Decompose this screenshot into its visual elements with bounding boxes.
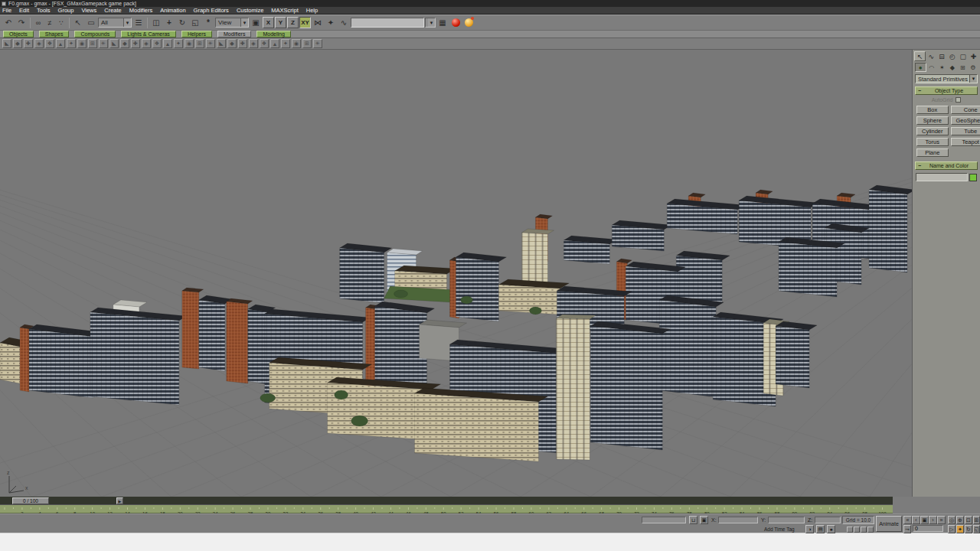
modifier-icon[interactable]: ✦ (281, 39, 290, 48)
menu-file[interactable]: File (0, 7, 15, 15)
previous-frame-icon[interactable]: ‹ (912, 516, 920, 524)
modifier-icon[interactable]: ✳ (99, 39, 108, 48)
tab-modeling[interactable]: Modeling (256, 31, 290, 37)
x-coordinate-field[interactable] (718, 517, 758, 523)
object-button-sphere[interactable]: Sphere (916, 116, 949, 125)
modifier-icon[interactable]: ◈ (142, 39, 151, 48)
menu-animation[interactable]: Animation (156, 7, 189, 15)
reference-coordinate-dropdown[interactable]: View ▼ (215, 18, 249, 28)
create-tab-icon[interactable]: ↖ (914, 51, 926, 61)
menu-views[interactable]: Views (77, 7, 100, 15)
tree[interactable] (260, 393, 276, 403)
hierarchy-tab-icon[interactable]: ⊟ (937, 51, 947, 61)
building-facade[interactable] (564, 240, 609, 264)
zoom-all-icon[interactable]: ⊕ (956, 516, 964, 524)
min-max-toggle-icon[interactable]: ◱ (973, 525, 980, 533)
menu-graph-editors[interactable]: Graph Editors (190, 7, 233, 15)
time-slider-thumb[interactable]: 0 / 100 (12, 497, 49, 504)
modifier-icon[interactable]: ⊞ (195, 39, 204, 48)
tree[interactable] (460, 296, 472, 304)
menu-modifiers[interactable]: Modifiers (126, 7, 156, 15)
modifier-icon[interactable]: ◈ (249, 39, 258, 48)
key-mode-icon[interactable] (861, 527, 867, 533)
object-button-cylinder[interactable]: Cylinder (916, 127, 949, 135)
geometry-category-icon[interactable]: ● (915, 63, 926, 72)
tab-compounds[interactable]: Compounds (74, 31, 116, 37)
building-facade[interactable] (659, 300, 716, 397)
building-facade[interactable] (90, 312, 179, 405)
helpers-category-icon[interactable]: ⊞ (958, 63, 968, 72)
tab-modifiers[interactable]: Modifiers (217, 31, 251, 37)
play-animation-icon[interactable]: ▣ (920, 516, 929, 524)
arc-rotate-icon[interactable]: ↻ (965, 525, 972, 533)
select-and-rotate-icon[interactable]: ↻ (176, 17, 188, 29)
go-to-end-icon[interactable]: » (937, 516, 946, 524)
building-facade[interactable] (612, 225, 664, 251)
systems-category-icon[interactable]: ⚙ (969, 63, 978, 72)
modifier-icon[interactable]: ✚ (24, 39, 33, 48)
z-coordinate-field[interactable] (815, 517, 841, 523)
tree[interactable] (335, 390, 348, 399)
curve-editor-icon[interactable]: ∿ (338, 17, 350, 29)
restrict-z-button[interactable]: Z (287, 17, 299, 28)
modifier-icon[interactable]: ◆ (13, 39, 22, 48)
modifier-icon[interactable]: ◈ (34, 39, 44, 48)
modify-tab-icon[interactable]: ∿ (926, 51, 936, 61)
building-facade[interactable] (590, 326, 662, 450)
object-button-cone[interactable]: Cone (951, 106, 980, 114)
modifier-icon[interactable]: ◣ (217, 39, 226, 48)
zoom-icon[interactable]: ◎ (948, 516, 956, 524)
mirror-icon[interactable]: ⋈ (312, 17, 324, 29)
building-facade[interactable] (20, 328, 29, 392)
select-object-icon[interactable]: ↖ (72, 17, 84, 29)
tree[interactable] (529, 307, 541, 315)
tab-helpers[interactable]: Helpers (181, 31, 212, 37)
go-to-start-icon[interactable]: « (903, 516, 912, 524)
zoom-extents-icon[interactable]: ⊡ (965, 516, 972, 524)
building-facade[interactable] (227, 302, 248, 383)
use-center-icon[interactable]: ▣ (250, 17, 262, 29)
menu-tools[interactable]: Tools (33, 7, 54, 15)
building-facade[interactable] (556, 318, 590, 460)
time-slider-track[interactable]: 0 / 100 ▶ (0, 497, 893, 505)
object-button-plane[interactable]: Plane (916, 148, 949, 157)
align-icon[interactable]: ✦ (325, 17, 337, 29)
building-facade[interactable] (29, 329, 93, 398)
menu-group[interactable]: Group (54, 7, 78, 15)
field-of-view-icon[interactable]: ▷ (948, 525, 956, 533)
modifier-icon[interactable]: ▲ (163, 39, 172, 48)
track-view-icon[interactable]: ▦ (436, 17, 449, 29)
add-time-tag-label[interactable]: Add Time Tag (764, 527, 795, 532)
modifier-icon[interactable]: ◣ (2, 39, 11, 48)
modifier-icon[interactable]: ▲ (270, 39, 279, 48)
building-facade[interactable] (776, 326, 809, 388)
undo-icon[interactable]: ↶ (2, 17, 15, 29)
crossing-window-icon[interactable]: ◫ (150, 17, 162, 29)
menu-maxscript[interactable]: MAXScript (267, 7, 302, 15)
cameras-category-icon[interactable]: ◆ (948, 63, 958, 72)
shapes-category-icon[interactable]: ◠ (927, 63, 937, 72)
building-facade[interactable] (869, 190, 907, 272)
modifier-icon[interactable]: ✦ (67, 39, 76, 48)
object-button-box[interactable]: Box (916, 106, 949, 114)
y-coordinate-field[interactable] (768, 517, 805, 523)
absolute-mode-icon[interactable]: ▣ (700, 516, 708, 524)
redo-icon[interactable]: ↷ (15, 17, 28, 29)
modifier-icon[interactable]: ◆ (227, 39, 237, 48)
modifier-icon[interactable]: ⊞ (302, 39, 312, 48)
object-button-tube[interactable]: Tube (951, 127, 980, 135)
modifier-icon[interactable]: ✦ (174, 39, 183, 48)
building-facade[interactable] (456, 257, 499, 321)
named-selection-sets-field[interactable] (351, 18, 424, 28)
modifier-icon[interactable]: ❖ (260, 39, 269, 48)
key-mode-icon[interactable] (854, 527, 860, 533)
name-and-color-rollout[interactable]: − Name and Color (915, 161, 978, 170)
track-bar-ruler[interactable]: 2468101214161820222426283032343638404244… (0, 505, 893, 514)
building-facade[interactable] (182, 291, 199, 369)
animate-button[interactable]: Animate (876, 516, 902, 532)
menu-create[interactable]: Create (100, 7, 126, 15)
modifier-icon[interactable]: ◆ (120, 39, 129, 48)
restrict-xy-plane-button[interactable]: XY (299, 17, 311, 28)
selection-filter-dropdown[interactable]: All ▼ (98, 18, 132, 28)
autogrid-checkbox[interactable] (956, 97, 961, 103)
